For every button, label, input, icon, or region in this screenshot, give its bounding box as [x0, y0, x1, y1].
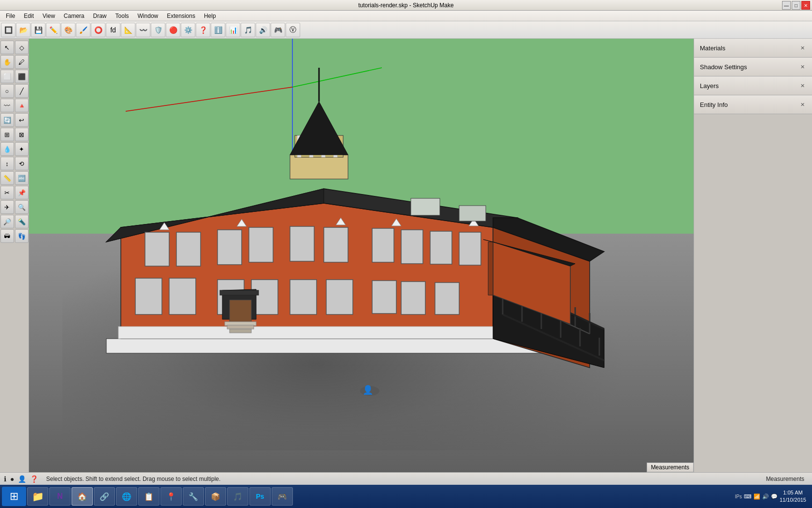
menu-item-draw[interactable]: Draw	[89, 12, 111, 20]
toolbar-btn-14[interactable]: ℹ️	[211, 23, 225, 37]
taskbar-app-onenote[interactable]: N	[49, 487, 71, 506]
left-tool-btn-0[interactable]: ↖	[0, 41, 14, 54]
toolbar-btn-10[interactable]: 🛡️	[151, 23, 165, 37]
menu-item-file[interactable]: File	[2, 12, 19, 20]
left-tool-pair-0: ↖◇	[0, 41, 29, 54]
svg-rect-12	[309, 135, 313, 157]
toolbar-btn-8[interactable]: 📐	[121, 23, 135, 37]
layers-header[interactable]: Layers ✕	[694, 76, 812, 95]
taskbar-app-spotify[interactable]: 🎵	[227, 487, 248, 506]
toolbar-btn-18[interactable]: 🎮	[271, 23, 285, 37]
toolbar-btn-2[interactable]: 💾	[31, 23, 45, 37]
menu-item-help[interactable]: Help	[200, 12, 220, 20]
toolbar-btn-6[interactable]: ⭕	[91, 23, 105, 37]
entity-info-header[interactable]: Entity Info ✕	[694, 95, 812, 114]
left-tool-btn-12[interactable]: ⊞	[0, 128, 14, 141]
taskbar-start-button[interactable]: ⊞	[2, 487, 26, 506]
left-tool-btn-18[interactable]: 📏	[0, 171, 14, 185]
toolbar-btn-7[interactable]: fd	[106, 23, 120, 37]
menu-item-tools[interactable]: Tools	[112, 12, 133, 20]
svg-marker-40	[469, 219, 478, 226]
left-tool-btn-4[interactable]: ⬜	[0, 70, 14, 83]
left-tool-btn-8[interactable]: 〰	[0, 99, 14, 112]
taskbar-ips-label: IPs	[735, 494, 741, 499]
left-tool-btn-19[interactable]: 🔤	[15, 171, 29, 185]
left-tool-btn-22[interactable]: ✈	[0, 200, 14, 214]
left-tool-btn-13[interactable]: ⊠	[15, 128, 29, 141]
taskbar-app-unknown3[interactable]: 🔧	[183, 487, 204, 506]
maximize-button[interactable]: □	[792, 1, 800, 10]
materials-close[interactable]: ✕	[798, 44, 806, 52]
toolbar-btn-1[interactable]: 📂	[16, 23, 30, 37]
viewport[interactable]: 👤 Measurements	[29, 39, 694, 472]
left-tool-btn-6[interactable]: ○	[0, 84, 14, 98]
toolbar-btn-11[interactable]: 🔴	[166, 23, 180, 37]
menu-item-camera[interactable]: Camera	[60, 12, 88, 20]
left-tool-btn-14[interactable]: 💧	[0, 142, 14, 156]
taskbar-app-unknown2[interactable]: 📋	[138, 487, 160, 506]
shadow-settings-header[interactable]: Shadow Settings ✕	[694, 58, 812, 76]
menu-item-extensions[interactable]: Extensions	[163, 12, 199, 20]
taskbar-app-maps[interactable]: 📍	[160, 487, 182, 506]
shadow-settings-close[interactable]: ✕	[798, 63, 806, 71]
toolbar-btn-4[interactable]: 🎨	[61, 23, 75, 37]
materials-header[interactable]: Materials ✕	[694, 39, 812, 57]
svg-marker-39	[392, 219, 401, 226]
taskbar-app-photoshop[interactable]: Ps	[249, 487, 271, 506]
taskbar-date: 11/10/2015	[780, 496, 806, 504]
left-tool-btn-20[interactable]: ✂	[0, 186, 14, 199]
left-tool-btn-16[interactable]: ↕	[0, 157, 14, 170]
toolbar-btn-3[interactable]: ✏️	[46, 23, 60, 37]
left-tool-btn-27[interactable]: 👣	[15, 229, 29, 243]
close-button[interactable]: ✕	[801, 1, 810, 10]
left-tool-btn-26[interactable]: 🕶	[0, 229, 14, 243]
left-tool-btn-10[interactable]: 🔄	[0, 113, 14, 127]
svg-marker-37	[237, 219, 246, 226]
left-tool-btn-15[interactable]: ✦	[15, 142, 29, 156]
layers-label: Layers	[700, 82, 719, 90]
toolbar-btn-15[interactable]: 📊	[226, 23, 240, 37]
status-person-icon: 👤	[18, 475, 26, 483]
taskbar-app-sketchup2[interactable]: 🎮	[272, 487, 293, 506]
taskbar-app-unknown4[interactable]: 📦	[205, 487, 226, 506]
taskbar-app-unknown1[interactable]: 🔗	[94, 487, 115, 506]
materials-label: Materials	[700, 45, 725, 52]
layers-close[interactable]: ✕	[798, 82, 806, 90]
toolbar-btn-5[interactable]: 🖌️	[76, 23, 90, 37]
left-tool-btn-3[interactable]: 🖊	[15, 55, 29, 69]
left-tool-pair-14: 💧✦	[0, 142, 29, 156]
layers-section: Layers ✕	[694, 76, 812, 95]
taskbar-time: 1:05 AM	[780, 489, 806, 496]
toolbar-btn-0[interactable]: 🔲	[1, 23, 15, 37]
left-tool-btn-5[interactable]: ⬛	[15, 70, 29, 83]
left-tool-btn-23[interactable]: 🔍	[15, 200, 29, 214]
menu-item-edit[interactable]: Edit	[20, 12, 38, 20]
toolbar-btn-12[interactable]: ⚙️	[181, 23, 195, 37]
menu-item-view[interactable]: View	[39, 12, 59, 20]
left-tool-btn-9[interactable]: 🔺	[15, 99, 29, 112]
left-tool-btn-1[interactable]: ◇	[15, 41, 29, 54]
entity-info-close[interactable]: ✕	[798, 101, 806, 108]
left-tool-btn-24[interactable]: 🔎	[0, 215, 14, 228]
taskbar-app-fileexplorer[interactable]: 📁	[27, 487, 48, 506]
left-tool-btn-11[interactable]: ↩	[15, 113, 29, 127]
toolbar-btn-13[interactable]: ❓	[196, 23, 210, 37]
taskbar-volume-icon: 🔊	[762, 493, 769, 500]
minimize-button[interactable]: —	[782, 1, 791, 10]
left-toolbar: ↖◇✋🖊⬜⬛○╱〰🔺🔄↩⊞⊠💧✦↕⟲📏🔤✂📌✈🔍🔎🔦🕶👣	[0, 39, 29, 472]
toolbar-btn-17[interactable]: 🔊	[256, 23, 270, 37]
left-tool-btn-2[interactable]: ✋	[0, 55, 14, 69]
left-tool-btn-7[interactable]: ╱	[15, 84, 29, 98]
toolbar-btn-16[interactable]: 🎵	[241, 23, 255, 37]
toolbar-btn-19[interactable]: Ⓥ	[286, 23, 300, 37]
taskbar-network-icon: 📶	[754, 493, 760, 500]
left-tool-btn-21[interactable]: 📌	[15, 186, 29, 199]
taskbar-notification-icon: 💬	[771, 493, 778, 500]
toolbar-btn-9[interactable]: 〰️	[136, 23, 150, 37]
taskbar-app-chrome[interactable]: 🌐	[116, 487, 137, 506]
menu-item-window[interactable]: Window	[134, 12, 162, 20]
taskbar-app-sketchup[interactable]: 🏠	[72, 487, 93, 506]
left-tool-btn-17[interactable]: ⟲	[15, 157, 29, 170]
left-tool-btn-25[interactable]: 🔦	[15, 215, 29, 228]
status-right: Measurements	[766, 476, 808, 482]
